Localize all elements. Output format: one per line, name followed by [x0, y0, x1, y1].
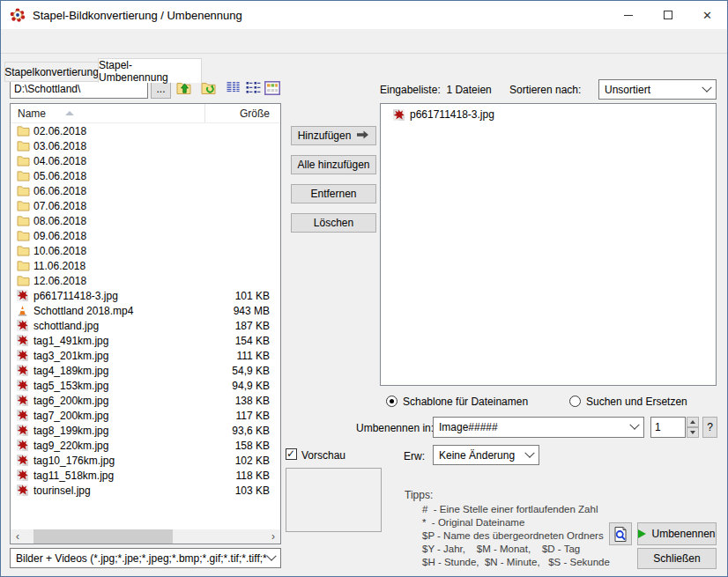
close-dialog-button[interactable]: Schließen — [637, 548, 717, 569]
spinner-down-button[interactable] — [687, 427, 699, 438]
file-name: 05.06.2018 — [33, 170, 86, 182]
table-row[interactable]: tag10_176km.jpg102 KB — [11, 453, 280, 468]
table-row[interactable]: schottland.jpg187 KB — [11, 318, 280, 333]
minimize-icon — [624, 15, 633, 16]
rename-pattern-value: Image##### — [439, 421, 498, 433]
refresh-folder-button[interactable] — [199, 78, 219, 98]
image-file-icon — [17, 380, 30, 392]
chevron-down-icon — [629, 420, 639, 430]
table-row[interactable]: 02.06.2018 — [11, 123, 280, 138]
remove-button[interactable]: Entfernen — [291, 184, 376, 203]
table-row[interactable]: tag8_199km.jpg93,6 KB — [11, 423, 280, 438]
delete-button[interactable]: Löschen — [291, 213, 376, 233]
sort-ascending-icon — [65, 111, 74, 115]
arrow-up-icon — [690, 420, 695, 424]
file-name: 12.06.2018 — [33, 275, 86, 287]
table-row[interactable]: 07.06.2018 — [11, 198, 280, 213]
input-file-list[interactable]: p661711418-3.jpg — [380, 103, 717, 386]
table-row[interactable]: tag4_189km.jpg54,9 KB — [11, 363, 280, 378]
thumbnails-view-button[interactable] — [263, 78, 282, 98]
table-row[interactable]: tourinsel.jpg103 KB — [11, 483, 280, 498]
rename-button[interactable]: Umbenennen — [637, 522, 717, 545]
add-all-button[interactable]: Alle hinzufügen — [291, 155, 376, 174]
start-counter-input[interactable] — [650, 417, 686, 438]
extension-label: Erw: — [404, 450, 425, 462]
file-name: 10.06.2018 — [33, 245, 86, 257]
scroll-left-icon[interactable]: ‹ — [11, 529, 25, 544]
table-row[interactable]: tag6_200km.jpg138 KB — [11, 393, 280, 408]
table-row[interactable]: tag7_200km.jpg117 KB — [11, 408, 280, 423]
table-row[interactable]: p661711418-3.jpg101 KB — [11, 288, 280, 303]
file-name: 11.06.2018 — [33, 260, 85, 272]
horizontal-scrollbar[interactable]: ‹ › — [11, 529, 280, 544]
preview-checkbox[interactable] — [286, 448, 297, 460]
table-row[interactable]: 11.06.2018 — [11, 258, 280, 273]
file-name: tag10_176km.jpg — [33, 455, 115, 467]
column-header-size[interactable]: Größe — [204, 104, 280, 122]
radio-template-label: Schablone für Dateinamen — [403, 396, 528, 408]
file-name: 06.06.2018 — [33, 185, 86, 197]
table-row[interactable]: tag3_201km.jpg111 KB — [11, 348, 280, 363]
radio-search-and-replace[interactable]: Suchen und Ersetzen — [569, 395, 687, 408]
folder-icon — [17, 200, 30, 212]
close-button-label: Schließen — [653, 552, 700, 565]
file-filter-select[interactable]: Bilder + Videos (*.jpg;*.jpe;*.jpeg;*.bm… — [10, 548, 281, 568]
file-size: 93,6 KB — [199, 425, 280, 437]
scrollbar-thumb[interactable] — [33, 529, 173, 544]
preview-rename-button[interactable] — [609, 522, 632, 545]
close-button[interactable]: ✕ — [687, 1, 727, 29]
file-name: Schottland 2018.mp4 — [33, 305, 133, 317]
table-row[interactable]: tag1_491km.jpg154 KB — [11, 333, 280, 348]
list-item[interactable]: p661711418-3.jpg — [381, 104, 716, 122]
table-row[interactable]: 05.06.2018 — [11, 168, 280, 183]
file-size: 103 KB — [199, 485, 280, 497]
rename-pattern-combobox[interactable]: Image##### — [433, 417, 644, 438]
maximize-button[interactable] — [648, 1, 687, 29]
file-size: 154 KB — [199, 335, 280, 347]
scroll-right-icon[interactable]: › — [266, 529, 280, 544]
file-name: 08.06.2018 — [33, 215, 86, 227]
table-row[interactable]: 10.06.2018 — [11, 243, 280, 258]
preview-checkbox-label: Vorschau — [301, 449, 345, 462]
help-button[interactable]: ? — [702, 417, 717, 438]
tip-line: # - Eine Stelle einer fortlaufenden Zahl — [422, 503, 610, 516]
folder-icon — [17, 170, 30, 182]
spinner-up-button[interactable] — [687, 417, 699, 427]
tab-stapelkonvertierung[interactable]: Stapelkonvertierung — [4, 62, 99, 82]
file-name: tag5_153km.jpg — [33, 380, 108, 392]
table-row[interactable]: tag5_153km.jpg94,9 KB — [11, 378, 280, 393]
file-name: tag9_220km.jpg — [33, 440, 108, 452]
table-row[interactable]: 12.06.2018 — [11, 273, 280, 288]
table-row[interactable]: Schottland 2018.mp4943 MB — [11, 303, 280, 318]
column-header-name[interactable]: Name — [11, 107, 204, 120]
scrollbar-track[interactable] — [25, 529, 266, 544]
help-label: ? — [707, 421, 713, 433]
file-name: 09.06.2018 — [33, 230, 86, 242]
table-row[interactable]: tag11_518km.jpg118 KB — [11, 468, 280, 483]
file-filter-value: Bilder + Videos (*.jpg;*.jpe;*.jpeg;*.bm… — [16, 552, 268, 565]
table-row[interactable]: 03.06.2018 — [11, 138, 280, 153]
list-view-button[interactable] — [243, 78, 263, 98]
window-controls: ✕ — [608, 1, 727, 29]
radio-template-for-filenames[interactable]: Schablone für Dateinamen — [386, 395, 528, 408]
add-button[interactable]: Hinzufügen — [291, 126, 376, 145]
table-row[interactable]: 04.06.2018 — [11, 153, 280, 168]
window-title: Stapel-Bildkonvertierung / Umbenennung — [33, 9, 242, 22]
table-row[interactable]: 06.06.2018 — [11, 183, 280, 198]
tab-stapel-umbenennung[interactable]: Stapel-Umbenennung — [98, 58, 202, 83]
details-view-button[interactable] — [223, 78, 242, 98]
sort-by-select[interactable]: Unsortiert — [598, 79, 717, 100]
sort-by-value: Unsortiert — [605, 84, 650, 96]
play-icon — [638, 529, 646, 538]
table-row[interactable]: 08.06.2018 — [11, 213, 280, 228]
file-name: 02.06.2018 — [33, 125, 86, 137]
file-name: 07.06.2018 — [33, 200, 86, 212]
browse-label: ... — [156, 83, 165, 95]
folder-icon — [17, 185, 30, 197]
column-name-label: Name — [18, 107, 46, 120]
table-row[interactable]: tag9_220km.jpg158 KB — [11, 438, 280, 453]
minimize-button[interactable] — [608, 1, 648, 29]
folder-refresh-icon — [201, 81, 218, 95]
extension-select[interactable]: Keine Änderung — [433, 445, 539, 465]
table-row[interactable]: 09.06.2018 — [11, 228, 280, 243]
